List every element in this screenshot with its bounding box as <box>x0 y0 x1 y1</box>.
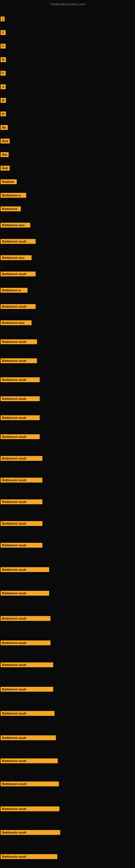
bottleneck-label: Bottleneck result <box>1 239 36 244</box>
bottleneck-label: Bottleneck re <box>1 288 28 293</box>
bottleneck-label: Bottleneck result <box>1 662 53 667</box>
list-item: Bottleneck result <box>1 271 36 276</box>
bottleneck-label: Bottleneck result <box>1 591 49 596</box>
bottleneck-label: | <box>1 17 5 22</box>
list-item: Bottleneck result <box>1 662 53 667</box>
list-item: S <box>1 84 6 89</box>
list-item: Bottleneck result <box>1 499 42 504</box>
bottleneck-label: S <box>1 84 6 89</box>
list-item: Bottleneck result <box>1 640 50 645</box>
list-item: Bottleneck result <box>1 521 42 526</box>
bottleneck-label: Bottleneck result <box>1 456 42 461</box>
bottleneck-label: Bottleneck result <box>1 377 40 382</box>
list-item: B <box>1 98 6 103</box>
list-item: Bottleneck result <box>1 711 54 716</box>
list-item: Bottleneck resu <box>1 222 30 227</box>
bottleneck-label: Bottleneck result <box>1 711 54 716</box>
bottleneck-label: Bottleneck result <box>1 272 36 276</box>
list-item: Bottleneck result <box>1 567 49 572</box>
list-item: Bottleneck result <box>1 304 36 309</box>
bottleneck-label: Bott <box>1 138 10 144</box>
bottleneck-label: Bottleneck result <box>1 543 42 548</box>
list-item: Bottlene <box>1 179 17 184</box>
list-item: Bottleneck result <box>1 239 36 244</box>
bottleneck-label: Bottleneck <box>1 207 21 211</box>
list-item: Bottleneck resu <box>1 255 32 260</box>
bottleneck-label: Bottleneck result <box>1 434 40 439</box>
bottleneck-label: Bottlene <box>1 179 17 184</box>
bottleneck-label: F <box>1 30 6 35</box>
bottleneck-label: Bottleneck result <box>1 616 50 621</box>
bottleneck-label: Bottleneck result <box>1 854 57 859</box>
list-item: Bottleneck result <box>1 456 42 461</box>
site-title: TheBottlenecker.com <box>0 0 135 7</box>
list-item: Bottleneck result <box>1 758 58 763</box>
list-item: Bottleneck result <box>1 806 59 811</box>
list-item: Bottleneck result <box>1 339 37 344</box>
bottleneck-label: Bottleneck result <box>1 415 40 420</box>
bottleneck-label: Bot <box>1 152 9 157</box>
list-item: Bottleneck <box>1 206 21 211</box>
bottleneck-label: Bottleneck result <box>1 830 60 835</box>
list-item: Bottleneck result <box>1 830 60 835</box>
list-item: F <box>1 30 6 35</box>
bottleneck-label: F <box>1 71 6 76</box>
list-item: Bo <box>1 125 8 130</box>
bottleneck-label: F <box>1 44 6 49</box>
list-item: Bottleneck result <box>1 542 42 548</box>
list-item: F <box>1 70 6 76</box>
bottleneck-label: Bott <box>1 166 10 170</box>
bottleneck-label: Bottleneck result <box>1 521 42 526</box>
list-item: | <box>1 16 5 22</box>
bottleneck-label: Bottleneck result <box>1 567 49 572</box>
list-item: Bottleneck result <box>1 616 50 621</box>
list-item: B <box>1 57 6 62</box>
list-item: Bottleneck resu <box>1 320 32 325</box>
list-item: B <box>1 111 6 116</box>
list-item: Bottleneck result <box>1 854 57 859</box>
bottleneck-label: Bottleneck result <box>1 758 58 763</box>
bottleneck-label: Bottleneck result <box>1 396 40 401</box>
bottleneck-label: Bo <box>1 125 8 130</box>
page-container: TheBottlenecker.com |FFBFSBBBoBottBotBot… <box>0 0 135 868</box>
list-item: Bott <box>1 165 10 170</box>
list-item: Bott <box>1 138 10 144</box>
bottleneck-label: Bottleneck result <box>1 781 59 786</box>
bottleneck-label: B <box>1 112 6 116</box>
bottleneck-label: Bottleneck result <box>1 499 42 504</box>
list-item: Bottleneck result <box>1 686 53 692</box>
list-item: Bottleneck result <box>1 358 37 363</box>
bottleneck-label: Bottleneck resu <box>1 223 30 227</box>
list-item: Bottleneck re <box>1 193 26 198</box>
bottleneck-label: Bottleneck result <box>1 304 36 309</box>
bottleneck-label: Bottleneck resu <box>1 320 32 325</box>
bottleneck-label: Bottleneck result <box>1 641 50 645</box>
list-item: Bot <box>1 152 9 157</box>
list-item: Bottleneck re <box>1 287 28 293</box>
bottleneck-label: B <box>1 98 6 103</box>
list-item: Bottleneck result <box>1 396 40 401</box>
bottleneck-label: Bottleneck result <box>1 358 37 363</box>
bottleneck-label: Bottleneck result <box>1 687 53 692</box>
bottleneck-label: Bottleneck result <box>1 806 59 811</box>
list-item: Bottleneck result <box>1 434 40 439</box>
bottleneck-label: Bottleneck result <box>1 478 42 483</box>
list-item: Bottleneck result <box>1 735 56 740</box>
bottleneck-label: Bottleneck re <box>1 193 26 198</box>
bottleneck-label: Bottleneck resu <box>1 255 32 260</box>
list-item: Bottleneck result <box>1 377 40 382</box>
bottleneck-label: Bottleneck result <box>1 339 37 344</box>
list-item: Bottleneck result <box>1 415 40 420</box>
list-item: F <box>1 43 6 49</box>
bottleneck-label: Bottleneck result <box>1 735 56 740</box>
list-item: Bottleneck result <box>1 781 59 786</box>
list-item: Bottleneck result <box>1 590 49 596</box>
bottleneck-label: B <box>1 57 6 62</box>
list-item: Bottleneck result <box>1 477 42 483</box>
